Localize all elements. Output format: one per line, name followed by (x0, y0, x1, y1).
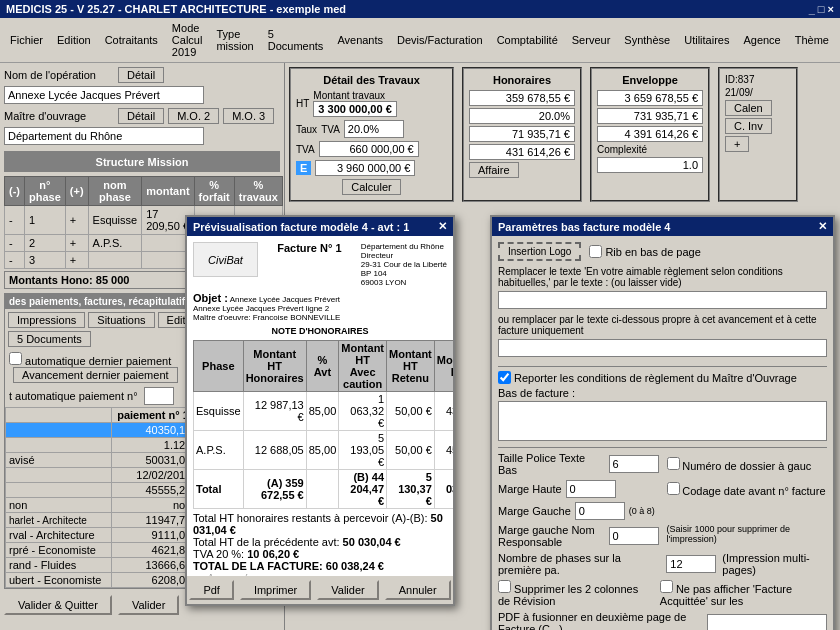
col-forfait: % forfait (194, 177, 234, 206)
auto-payment-checkbox[interactable] (9, 352, 22, 365)
numero-dossier-row: Numéro de dossier à gauc (667, 452, 828, 476)
preview-invoice-title: Prévisualisation facture modèle 4 - avt … (193, 221, 409, 233)
taille-police-input[interactable] (609, 455, 659, 473)
mdo-row: Maître d'ouvrage Détail M.O. 2 M.O. 3 (4, 108, 280, 124)
supprimer-col-checkbox[interactable] (498, 580, 511, 593)
inv-avec: 1 063,32 € (339, 392, 387, 431)
nom-resp-input[interactable] (609, 527, 659, 545)
affaire-btn[interactable]: Affaire (469, 162, 519, 178)
menu-synthese[interactable]: Synthèse (618, 32, 676, 48)
remplacer-label: Remplacer le texte 'En votre aimable règ… (498, 266, 827, 288)
montant-travaux-label: Montant travaux (313, 90, 396, 101)
plus-btn[interactable]: + (65, 252, 88, 269)
inv-total-ret: 5 130,37 € (387, 470, 435, 509)
taux-label: Taux (296, 124, 317, 135)
menu-edition[interactable]: Edition (51, 32, 97, 48)
minus-btn[interactable]: - (5, 252, 25, 269)
plus-btn[interactable]: + (65, 235, 88, 252)
ou-remplacer-input[interactable] (498, 339, 827, 357)
mdo-mo3-btn[interactable]: M.O. 3 (223, 108, 274, 124)
plus-btn[interactable]: + (65, 206, 88, 235)
insertion-logo[interactable]: Insertion Logo (498, 242, 581, 261)
numero-dossier-checkbox[interactable] (667, 457, 680, 470)
imprimer-btn[interactable]: Imprimer (240, 580, 311, 600)
id-box: ID:837 21/09/ Calen C. Inv + (718, 67, 798, 202)
codage-date-checkbox[interactable] (667, 482, 680, 495)
menu-type-mission[interactable]: Type mission (210, 26, 259, 54)
avancement-btn[interactable]: Avancement dernier paiement (13, 367, 178, 383)
phase-name: Esquisse (88, 206, 142, 235)
invoice-content: CiviBat Facture N° 1 Département du Rhôn… (187, 236, 453, 576)
operation-input[interactable] (4, 86, 204, 104)
reporter-checkbox[interactable] (498, 371, 511, 384)
marge-haute-input[interactable] (566, 480, 616, 498)
id-value: ID:837 (725, 74, 791, 85)
operation-detail-btn[interactable]: Détail (118, 67, 164, 83)
inv-pct: 85,00 (306, 431, 339, 470)
payment-label: rpré - Economiste (6, 543, 112, 558)
menu-fichier[interactable]: Fichier (4, 32, 49, 48)
bas-facture-textarea[interactable] (498, 401, 827, 441)
mdo-input[interactable] (4, 127, 204, 145)
calen-btn[interactable]: Calen (725, 100, 772, 116)
invoice-table: Phase Montant HT Honoraires % Avt Montan… (193, 340, 453, 509)
valider-btn[interactable]: Valider (118, 595, 179, 615)
pdf-btn[interactable]: Pdf (189, 580, 234, 600)
rib-bas-checkbox[interactable] (589, 245, 602, 258)
pdf-fusion-input[interactable] (707, 614, 827, 630)
inv-retenu: 50,00 € (387, 431, 435, 470)
annuler-invoice-btn[interactable]: Annuler (385, 580, 451, 600)
params-close-btn[interactable]: ✕ (818, 220, 827, 233)
payment-p1: non (111, 498, 195, 513)
inv-total-label: Total (194, 470, 244, 509)
menu-comptabilite[interactable]: Comptabilité (491, 32, 564, 48)
preview-close-btn[interactable]: ✕ (438, 220, 447, 233)
inv-pct: 85,00 (306, 392, 339, 431)
th-mht: Montant HT Honoraires (243, 341, 306, 392)
tva-input[interactable] (344, 120, 404, 138)
menu-mode-calcul[interactable]: Mode Calcul 2019 (166, 20, 209, 60)
montants-hono-value: 85 000 (96, 274, 130, 286)
plus-btn[interactable]: + (725, 136, 749, 152)
marge-gauche-row: Marge Gauche (0 à 8) (498, 502, 659, 520)
minus-btn[interactable]: - (5, 235, 25, 252)
settings-grid: Taille Police Texte Bas Numéro de dossie… (498, 452, 827, 548)
pas-afficher-checkbox[interactable] (660, 580, 673, 593)
mdo-label: Maître d'ouvrage (4, 110, 114, 122)
mdo-detail-btn[interactable]: Détail (118, 108, 164, 124)
menu-cotraitants[interactable]: Cotraitants (99, 32, 164, 48)
th-avec: Montant HT Avec caution (339, 341, 387, 392)
menu-devis[interactable]: Devis/Facturation (391, 32, 489, 48)
nb-phases-input[interactable] (666, 555, 716, 573)
invoice-client: Objet : Annexe Lycée Jacques Prévert Ann… (193, 292, 447, 322)
valider-quitter-btn[interactable]: Valider & Quitter (4, 595, 112, 615)
valider-invoice-btn[interactable]: Valider (317, 580, 378, 600)
e-row: E 3 960 000,00 € (296, 160, 447, 176)
col-name: nom phase (88, 177, 142, 206)
menu-avenants[interactable]: Avenants (331, 32, 389, 48)
menu-theme[interactable]: Thème (789, 32, 835, 48)
inv-phase: A.P.S. (194, 431, 244, 470)
params-title-bar: Paramètres bas facture modèle 4 ✕ (492, 217, 833, 236)
auto-n-input[interactable] (144, 387, 174, 405)
payment-p1: 50031,04 (111, 453, 195, 468)
menu-utilitaires[interactable]: Utilitaires (678, 32, 735, 48)
inv-btn[interactable]: C. Inv (725, 118, 772, 134)
remplacer-input[interactable] (498, 291, 827, 309)
menu-serveur[interactable]: Serveur (566, 32, 617, 48)
payment-label: rand - Fluides (6, 558, 112, 573)
situations-btn[interactable]: Situations (88, 312, 154, 328)
calculer-btn[interactable]: Calculer (342, 179, 400, 195)
impressions-btn[interactable]: Impressions (8, 312, 85, 328)
marge-gauche-input[interactable] (575, 502, 625, 520)
menu-agence[interactable]: Agence (737, 32, 786, 48)
payment-label (6, 483, 112, 498)
documents-btn[interactable]: 5 Documents (8, 331, 91, 347)
menu-5-documents[interactable]: 5 Documents (262, 26, 330, 54)
minus-btn[interactable]: - (5, 206, 25, 235)
invoice-row: Esquisse 12 987,13 € 85,00 1 063,32 € 50… (194, 392, 454, 431)
mdo-mo2-btn[interactable]: M.O. 2 (168, 108, 219, 124)
title-bar: MEDICIS 25 - V 25.27 - CHARLET ARCHITECT… (0, 0, 840, 18)
range-label: (0 à 8) (629, 506, 655, 516)
preview-invoice-window: Prévisualisation facture modèle 4 - avt … (185, 215, 455, 606)
